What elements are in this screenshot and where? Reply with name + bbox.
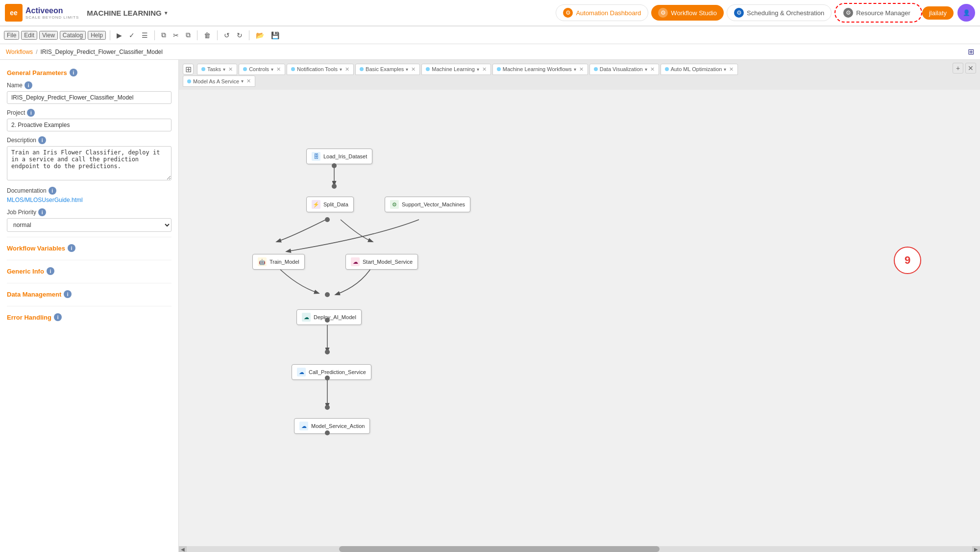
tab-basic-dot bbox=[360, 67, 364, 71]
tab-ml-arrow[interactable]: ▾ bbox=[477, 67, 479, 72]
tab-dv-arrow[interactable]: ▾ bbox=[645, 67, 647, 72]
tab-dv-close[interactable]: ✕ bbox=[650, 66, 655, 73]
deploy-icon: ☁ bbox=[302, 313, 311, 322]
tab-controls-arrow[interactable]: ▾ bbox=[271, 67, 273, 72]
tab-model-as-service[interactable]: Model As A Service ▾ ✕ bbox=[183, 75, 255, 87]
toolbar-sep-5 bbox=[249, 30, 249, 40]
scroll-left-arrow[interactable]: ◀ bbox=[179, 546, 187, 552]
delete-button[interactable]: 🗑 bbox=[201, 30, 213, 41]
node-split-data[interactable]: ⚡ Split_Data bbox=[306, 197, 354, 212]
tab-dv-dot bbox=[594, 67, 598, 71]
node-deploy[interactable]: ☁ Deploy_AI_Model bbox=[296, 309, 362, 325]
tab-ml-close[interactable]: ✕ bbox=[482, 66, 487, 73]
workflow-variables-info-icon[interactable]: i bbox=[68, 244, 75, 252]
menu-file[interactable]: File bbox=[4, 31, 19, 40]
tab-tasks-arrow[interactable]: ▾ bbox=[223, 67, 225, 72]
workflow-studio-button[interactable]: ⚙ Workflow Studio bbox=[651, 5, 724, 21]
node-action[interactable]: ☁ Model_Service_Action bbox=[294, 418, 370, 434]
tab-tasks-close[interactable]: ✕ bbox=[228, 66, 233, 73]
tab-basic-arrow[interactable]: ▾ bbox=[406, 67, 408, 72]
tab-notification-close[interactable]: ✕ bbox=[345, 66, 349, 73]
redo-button[interactable]: ↻ bbox=[234, 30, 245, 41]
scroll-right-arrow[interactable]: ▶ bbox=[972, 546, 980, 552]
tab-mlw-arrow[interactable]: ▾ bbox=[574, 67, 576, 72]
general-params-info-icon[interactable]: i bbox=[70, 69, 77, 76]
cut-button[interactable]: ✂ bbox=[171, 30, 181, 41]
canvas-area: ⊞ Tasks ▾ ✕ Controls ▾ ✕ Notification To… bbox=[179, 60, 980, 552]
workflow-icon: ⚙ bbox=[658, 8, 668, 18]
tab-basic-close[interactable]: ✕ bbox=[411, 66, 416, 73]
documentation-info-icon[interactable]: i bbox=[49, 187, 56, 195]
menu-view[interactable]: View bbox=[39, 31, 58, 40]
scheduling-icon: ⚙ bbox=[734, 8, 744, 18]
data-management-info-icon[interactable]: i bbox=[64, 290, 72, 298]
generic-info-title[interactable]: Generic Info i bbox=[7, 264, 172, 278]
dot-predict-top bbox=[325, 350, 330, 354]
dot-deploy-top bbox=[325, 292, 330, 297]
tab-mas-arrow[interactable]: ▾ bbox=[241, 78, 244, 84]
generic-info-section: Generic Info i bbox=[7, 260, 172, 278]
workflow-canvas[interactable]: 🗄 Load_Iris_Dataset ⚡ Split_Data ⚙ Suppo… bbox=[179, 90, 980, 552]
check-button[interactable]: ✓ bbox=[126, 30, 137, 41]
paste-button[interactable]: ⧉ bbox=[183, 29, 193, 41]
node-load-iris[interactable]: 🗄 Load_Iris_Dataset bbox=[306, 149, 372, 164]
tab-notification-tools[interactable]: Notification Tools ▾ ✕ bbox=[287, 64, 354, 75]
tab-add-button[interactable]: + bbox=[953, 63, 963, 74]
horizontal-scrollbar[interactable]: ◀ ▶ bbox=[179, 546, 980, 552]
copy-button[interactable]: ⧉ bbox=[159, 29, 169, 41]
project-input[interactable] bbox=[7, 119, 172, 131]
save-button[interactable]: 💾 bbox=[269, 30, 282, 41]
tab-notification-arrow[interactable]: ▾ bbox=[340, 67, 342, 72]
job-priority-select[interactable]: normal low high idle highest bbox=[7, 218, 172, 232]
tab-automl-arrow[interactable]: ▾ bbox=[724, 67, 726, 72]
scrollbar-thumb[interactable] bbox=[339, 546, 660, 552]
node-start-service[interactable]: ☁ Start_Model_Service bbox=[345, 254, 418, 270]
scheduling-button[interactable]: ⚙ Scheduling & Orchestration bbox=[727, 4, 832, 21]
project-info-icon[interactable]: i bbox=[27, 109, 35, 117]
name-input[interactable] bbox=[7, 91, 172, 104]
doc-link[interactable]: MLOS/MLOSUserGuide.html bbox=[7, 197, 83, 203]
data-management-title[interactable]: Data Management i bbox=[7, 287, 172, 301]
breadcrumb-workflows[interactable]: Workflows bbox=[6, 49, 33, 55]
description-textarea[interactable]: Train an Iris Flower Classifier, deploy … bbox=[7, 146, 172, 180]
resource-manager-button[interactable]: ⚙ Resource Manager bbox=[836, 5, 917, 21]
user-button[interactable]: jlailaty bbox=[922, 6, 954, 20]
description-info-icon[interactable]: i bbox=[38, 136, 46, 144]
name-info-icon[interactable]: i bbox=[24, 81, 32, 89]
error-handling-info-icon[interactable]: i bbox=[54, 313, 62, 321]
tab-bar: ⊞ Tasks ▾ ✕ Controls ▾ ✕ Notification To… bbox=[179, 60, 980, 75]
job-priority-info-icon[interactable]: i bbox=[38, 208, 46, 216]
menu-help[interactable]: Help bbox=[88, 31, 106, 40]
node-predict[interactable]: ☁ Call_Prediction_Service bbox=[292, 364, 371, 380]
menu-edit[interactable]: Edit bbox=[21, 31, 37, 40]
tab-automl-close[interactable]: ✕ bbox=[729, 66, 734, 73]
tab-tasks[interactable]: Tasks ▾ ✕ bbox=[197, 64, 237, 75]
tab-mlw-close[interactable]: ✕ bbox=[579, 66, 584, 73]
tab-data-visualization[interactable]: Data Visualization ▾ ✕ bbox=[589, 64, 659, 75]
node-train-model[interactable]: 🤖 Train_Model bbox=[252, 254, 305, 270]
menu-catalog[interactable]: Catalog bbox=[60, 31, 86, 40]
generic-info-icon[interactable]: i bbox=[47, 267, 54, 275]
load-iris-icon: 🗄 bbox=[312, 152, 320, 161]
tab-auto-ml[interactable]: Auto ML Optimization ▾ ✕ bbox=[661, 64, 738, 75]
node-svm[interactable]: ⚙ Support_Vector_Machines bbox=[385, 197, 470, 212]
resource-manager-wrapper: ⚙ Resource Manager bbox=[834, 3, 922, 23]
automation-dashboard-button[interactable]: ⚙ Automation Dashboard bbox=[556, 4, 648, 21]
open-button[interactable]: 📂 bbox=[253, 30, 267, 41]
workflow-variables-title[interactable]: Workflow Variables i bbox=[7, 241, 172, 255]
tab-mas-close[interactable]: ✕ bbox=[246, 78, 251, 84]
tab-controls[interactable]: Controls ▾ ✕ bbox=[239, 64, 285, 75]
breadcrumb-grid-icon[interactable]: ⊞ bbox=[968, 47, 974, 56]
tab-ml-workflows[interactable]: Machine Learning Workflows ▾ ✕ bbox=[492, 64, 588, 75]
error-handling-title[interactable]: Error Handling i bbox=[7, 310, 172, 324]
tab-machine-learning[interactable]: Machine Learning ▾ ✕ bbox=[421, 64, 490, 75]
tab-basic-examples[interactable]: Basic Examples ▾ ✕ bbox=[355, 64, 420, 75]
tab-close-all-button[interactable]: ✕ bbox=[965, 63, 976, 74]
list-button[interactable]: ☰ bbox=[139, 30, 150, 41]
undo-button[interactable]: ↺ bbox=[221, 30, 232, 41]
start-service-icon: ☁ bbox=[351, 257, 360, 266]
tab-controls-close[interactable]: ✕ bbox=[276, 66, 281, 73]
app-title-dropdown[interactable]: ▼ bbox=[164, 10, 169, 16]
run-button[interactable]: ▶ bbox=[114, 30, 124, 41]
canvas-left-pin[interactable]: ⊞ bbox=[183, 64, 194, 75]
